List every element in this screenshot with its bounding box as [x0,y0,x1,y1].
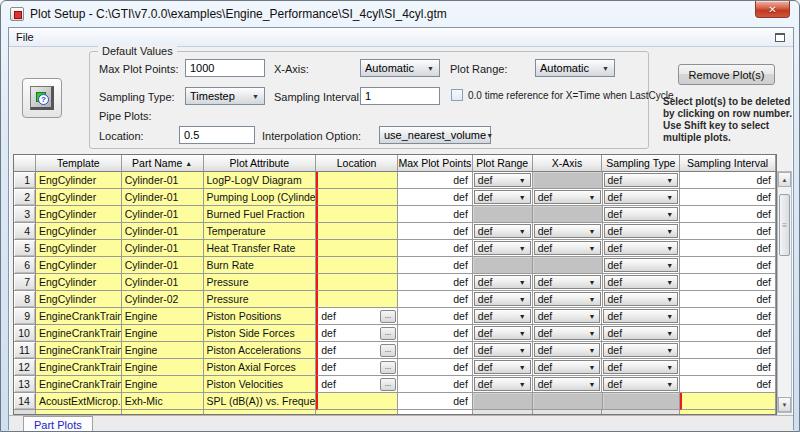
sampling-interval-cell[interactable] [680,393,776,410]
tab-part-plots[interactable]: Part Plots [23,416,93,432]
x-axis-cell[interactable]: def▼ [533,274,603,291]
x-axis-select[interactable]: Automatic ▼ [360,59,440,77]
scrollbar-thumb[interactable]: ≡ [779,194,790,256]
part-name-cell[interactable]: Cylinder-01 [122,172,204,189]
plot-attribute-cell[interactable]: Piston Side Forces [204,325,317,342]
x-axis-cell[interactable] [533,393,603,410]
max-plot-points-input[interactable]: 1000 [185,59,265,77]
part-name-cell[interactable]: Cylinder-01 [122,206,204,223]
part-name-cell[interactable]: Exh-Mic [122,393,204,410]
plot-attribute-cell[interactable]: Piston Positions [204,308,317,325]
template-cell[interactable]: AcoustExtMicrop... [36,393,122,410]
sampling-interval-input[interactable]: 1 [360,87,440,105]
max-plot-points-cell[interactable]: def [398,206,473,223]
location-cell[interactable]: def ... [316,359,398,376]
row-number-cell[interactable]: 5 [14,240,36,257]
row-number-cell[interactable]: 4 [14,223,36,240]
template-cell[interactable]: EngineCrankTrain [36,308,122,325]
max-plot-points-cell[interactable]: def [398,342,473,359]
plot-range-cell[interactable]: def▼ [473,223,533,240]
x-axis-cell[interactable] [533,257,603,274]
x-axis-cell[interactable] [533,172,603,189]
plot-range-cell[interactable] [473,393,533,410]
template-cell[interactable]: EngCylinder [36,257,122,274]
x-axis-cell[interactable]: def▼ [533,359,603,376]
header-plot-range[interactable]: Plot Range [473,155,533,172]
sampling-type-cell[interactable]: def▼ [602,359,680,376]
sampling-type-cell[interactable]: def▼ [602,376,680,393]
sampling-interval-cell[interactable]: def [680,257,776,274]
template-cell[interactable]: EngCylinder [36,223,122,240]
plot-range-cell[interactable] [473,257,533,274]
sampling-interval-cell[interactable]: def [680,359,776,376]
plot-range-cell[interactable]: def▼ [473,189,533,206]
sampling-type-cell[interactable]: def▼ [603,291,681,308]
sampling-type-cell[interactable]: def▼ [603,206,681,223]
sampling-interval-cell[interactable]: def [680,172,776,189]
location-cell[interactable] [316,393,398,410]
row-number-cell[interactable]: 10 [14,325,36,342]
row-number-cell[interactable]: 6 [14,257,36,274]
plot-attribute-cell[interactable]: Heat Transfer Rate [204,240,317,257]
sampling-interval-cell[interactable]: def [680,274,776,291]
plot-attribute-cell[interactable]: Piston Velocities [204,376,317,393]
plot-attribute-cell[interactable]: SPL (dB(A)) vs. Frequency ... [204,393,317,410]
sampling-type-cell[interactable] [603,393,681,410]
x-axis-cell[interactable]: def▼ [533,223,603,240]
header-plot-attribute[interactable]: Plot Attribute [204,155,317,172]
location-cell[interactable]: def ... [316,308,398,325]
location-cell[interactable] [316,223,398,240]
header-location[interactable]: Location [316,155,398,172]
header-sampling-type[interactable]: Sampling Type [602,155,680,172]
browse-button[interactable]: ... [380,344,396,357]
part-name-cell[interactable]: Engine [122,325,204,342]
part-name-cell[interactable]: Cylinder-01 [122,189,204,206]
template-cell[interactable]: EngineCrankTrain [36,376,122,393]
header-template[interactable]: Template [36,155,122,172]
sampling-interval-cell[interactable]: def [680,325,776,342]
plot-range-cell[interactable]: def▼ [473,342,533,359]
part-name-cell[interactable]: Engine [122,308,204,325]
header-sampling-interval[interactable]: Sampling Interval [680,155,776,172]
template-cell[interactable]: EngCylinder [36,240,122,257]
sampling-interval-cell[interactable]: def [680,189,776,206]
plot-range-cell[interactable]: def▼ [473,308,533,325]
part-name-cell[interactable]: Cylinder-01 [122,223,204,240]
sampling-type-cell[interactable]: def▼ [602,342,680,359]
max-plot-points-cell[interactable]: def [398,359,473,376]
part-name-cell[interactable]: Cylinder-01 [122,240,204,257]
row-number-cell[interactable]: 3 [14,206,36,223]
menu-file[interactable]: File [16,31,34,43]
row-number-cell[interactable]: 1 [14,172,36,189]
plot-range-cell[interactable]: def▼ [473,240,533,257]
x-axis-cell[interactable] [533,206,603,223]
location-cell[interactable] [316,257,398,274]
template-cell[interactable]: EngCylinder [36,189,122,206]
sampling-interval-cell[interactable]: def [680,206,776,223]
plot-attribute-cell[interactable]: Temperature [204,223,317,240]
x-axis-cell[interactable]: def▼ [533,240,603,257]
header-max-plot-points[interactable]: Max Plot Points [398,155,473,172]
max-plot-points-cell[interactable]: def [398,172,473,189]
plot-attribute-cell[interactable]: LogP-LogV Diagram [204,172,317,189]
part-name-cell[interactable]: Cylinder-01 [122,274,204,291]
sampling-type-cell[interactable]: def▼ [602,325,680,342]
browse-button[interactable]: ... [380,378,396,391]
scroll-down-icon[interactable]: ▼ [778,397,791,412]
sampling-type-cell[interactable]: def▼ [603,274,681,291]
browse-button[interactable]: ... [380,327,396,340]
sampling-interval-cell[interactable]: def [680,240,776,257]
max-plot-points-cell[interactable]: def [398,189,473,206]
plot-attribute-cell[interactable]: Piston Axial Forces [204,359,317,376]
x-axis-cell[interactable]: def▼ [533,376,603,393]
part-name-cell[interactable]: Engine [122,342,204,359]
maximize-icon[interactable] [775,33,785,42]
sampling-type-cell[interactable]: def▼ [602,308,680,325]
location-input[interactable]: 0.5 [179,126,255,144]
x-axis-cell[interactable]: def▼ [533,189,603,206]
location-cell[interactable] [316,274,398,291]
max-plot-points-cell[interactable]: def [398,393,473,410]
part-name-cell[interactable]: Engine [122,376,204,393]
location-cell[interactable] [316,291,398,308]
sampling-type-cell[interactable]: def▼ [603,189,681,206]
